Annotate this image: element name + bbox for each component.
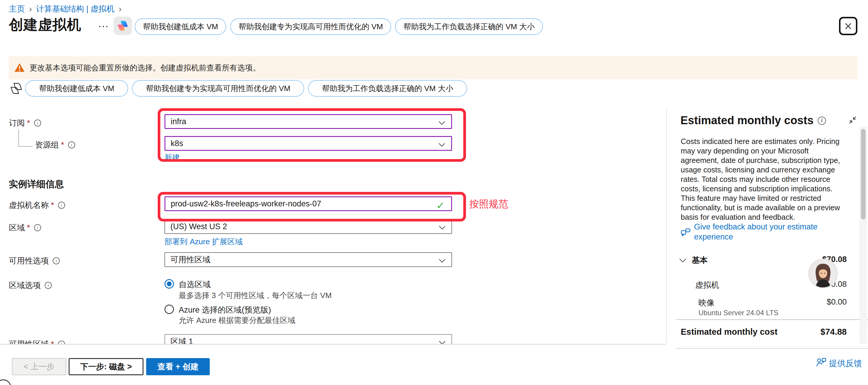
copilot-outline-icon bbox=[9, 81, 23, 96]
warning-banner: 更改基本选项可能会重置所做的选择。创建虚拟机前查看所有选项。 bbox=[9, 56, 857, 79]
suggestion-high-availability-vm[interactable]: 帮助我创建专为实现高可用性而优化的 VM bbox=[132, 80, 304, 97]
create-vm-page: 主页 › 计算基础结构 | 虚拟机 › 创建虚拟机 … 帮助我创建低成本 VM … bbox=[0, 0, 868, 385]
wizard-footer: < 上一步 下一步: 磁盘 > 查看 + 创建 bbox=[0, 344, 666, 385]
info-icon[interactable]: i bbox=[53, 257, 60, 264]
region-dropdown[interactable]: (US) West US 2 bbox=[164, 219, 452, 234]
info-icon[interactable]: i bbox=[34, 120, 41, 127]
suggestion-right-vm-size[interactable]: 帮助我为工作负载选择正确的 VM 大小 bbox=[308, 80, 467, 97]
bottom-feedback-link[interactable]: 提供反馈 bbox=[829, 358, 862, 369]
cost-panel-title: Estimated monthly costs i bbox=[680, 114, 826, 127]
availability-options-label: 可用性选项 i bbox=[9, 255, 60, 266]
zone-options-label: 区域选项 i bbox=[9, 280, 52, 291]
chevron-down-icon bbox=[439, 256, 445, 263]
close-icon: × bbox=[844, 18, 852, 34]
breadcrumb-section[interactable]: 计算基础结构 | 虚拟机 bbox=[36, 4, 115, 14]
radio-azure-selected-zone-description: 允许 Azure 根据需要分配最佳区域 bbox=[179, 315, 295, 326]
person-feedback-icon bbox=[816, 357, 827, 367]
cost-total-value: $74.88 bbox=[820, 327, 847, 337]
instance-details-heading: 实例详细信息 bbox=[9, 178, 64, 190]
warning-text: 更改基本选项可能会重置所做的选择。创建虚拟机前查看所有选项。 bbox=[30, 63, 260, 73]
suggestion-low-cost-vm[interactable]: 帮助我创建低成本 VM bbox=[134, 18, 226, 35]
feedback-bubbles-icon bbox=[680, 228, 691, 238]
annotation-text: 按照规范 bbox=[469, 197, 508, 211]
radio-self-selected-zone-description: 最多选择 3 个可用性区域，每个区域一台 VM bbox=[179, 290, 332, 301]
info-icon[interactable]: i bbox=[45, 282, 52, 289]
chevron-down-icon bbox=[439, 140, 445, 147]
next-disks-button[interactable]: 下一步: 磁盘 > bbox=[69, 358, 144, 375]
page-title: 创建虚拟机 bbox=[9, 15, 81, 34]
cost-total-row: Estimated monthly cost $74.88 bbox=[681, 327, 847, 337]
warning-icon bbox=[14, 63, 25, 72]
cost-item-subtext: Ubuntu Server 24.04 LTS bbox=[699, 309, 778, 317]
field-connector-line bbox=[18, 146, 33, 147]
info-icon[interactable]: i bbox=[68, 141, 75, 149]
suggestion-high-availability-vm[interactable]: 帮助我创建专为实现高可用性而优化的 VM bbox=[230, 18, 391, 35]
valid-check-icon: ✓ bbox=[436, 200, 445, 212]
vm-name-label: 虚拟机名称* i bbox=[9, 200, 65, 211]
chevron-down-icon bbox=[439, 338, 445, 345]
review-create-button[interactable]: 查看 + 创建 bbox=[146, 358, 210, 375]
more-options-button[interactable]: … bbox=[98, 17, 110, 30]
copilot-suggestions-inline: 帮助我创建低成本 VM 帮助我创建专为实现高可用性而优化的 VM 帮助我为工作负… bbox=[25, 80, 467, 97]
copilot-button[interactable] bbox=[114, 17, 132, 35]
create-new-resource-group-link[interactable]: 新建 bbox=[164, 153, 180, 163]
assistant-avatar[interactable] bbox=[809, 260, 837, 287]
deploy-extended-zone-link[interactable]: 部署到 Azure 扩展区域 bbox=[164, 236, 243, 247]
cost-item-row: 映像 $0.00 bbox=[699, 297, 847, 308]
radio-azure-selected-zone-label: Azure 选择的区域(预览版) bbox=[179, 304, 271, 315]
chevron-right-icon: › bbox=[29, 4, 32, 13]
info-icon[interactable]: i bbox=[58, 202, 65, 209]
suggestion-right-vm-size[interactable]: 帮助我为工作负载选择正确的 VM 大小 bbox=[395, 18, 542, 35]
info-icon[interactable]: i bbox=[34, 224, 41, 231]
copilot-icon bbox=[116, 19, 129, 32]
resource-group-dropdown[interactable]: k8s bbox=[164, 136, 452, 151]
chevron-down-icon bbox=[439, 223, 445, 229]
availability-options-dropdown[interactable]: 可用性区域 bbox=[164, 252, 452, 267]
scrollbar-thumb[interactable] bbox=[861, 129, 866, 219]
collapse-panel-icon[interactable] bbox=[848, 115, 857, 125]
divider bbox=[676, 348, 868, 349]
info-icon[interactable]: i bbox=[818, 117, 826, 125]
chevron-down-icon bbox=[439, 119, 445, 125]
cost-panel-description: Costs indicated here are estimates only.… bbox=[681, 137, 846, 222]
close-button[interactable]: × bbox=[839, 17, 857, 35]
breadcrumb-home[interactable]: 主页 bbox=[9, 4, 25, 14]
subscription-dropdown[interactable]: infra bbox=[164, 114, 452, 129]
resource-group-label: 资源组* i bbox=[35, 139, 75, 150]
divider bbox=[676, 319, 868, 320]
previous-button[interactable]: < 上一步 bbox=[12, 358, 66, 375]
avatar-image bbox=[809, 260, 837, 287]
estimate-feedback-link[interactable]: Give feedback about your estimate experi… bbox=[694, 222, 851, 242]
copilot-suggestions-top: 帮助我创建低成本 VM 帮助我创建专为实现高可用性而优化的 VM 帮助我为工作负… bbox=[134, 18, 543, 35]
breadcrumb: 主页 › 计算基础结构 | 虚拟机 › bbox=[9, 4, 122, 14]
cost-item-value: $0.00 bbox=[827, 297, 847, 307]
chevron-right-icon: › bbox=[119, 4, 122, 13]
chevron-down-icon bbox=[680, 256, 686, 263]
region-label: 区域* i bbox=[9, 222, 41, 233]
radio-azure-selected-zone[interactable] bbox=[164, 304, 174, 314]
vm-name-input[interactable]: prod-usw2-k8s-freeleaps-worker-nodes-07 … bbox=[164, 196, 452, 211]
subscription-label: 订阅* i bbox=[9, 118, 41, 128]
panel-divider bbox=[666, 109, 667, 343]
radio-self-selected-zone-label: 自选区域 bbox=[179, 279, 211, 290]
suggestion-low-cost-vm[interactable]: 帮助我创建低成本 VM bbox=[25, 80, 128, 97]
radio-self-selected-zone[interactable] bbox=[164, 279, 174, 289]
field-connector-line bbox=[18, 130, 19, 147]
